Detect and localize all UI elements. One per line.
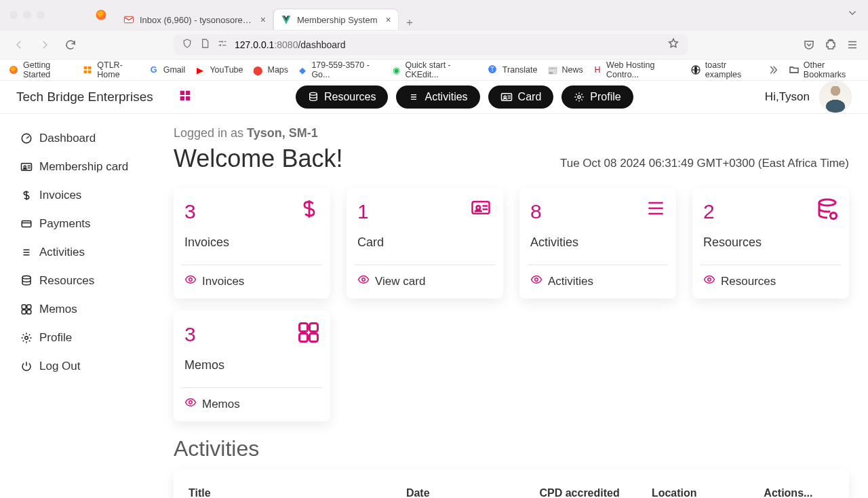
sidebar: Dashboard Membership card Invoices Payme… — [0, 114, 170, 498]
pocket-icon[interactable] — [803, 39, 815, 51]
bookmark-item[interactable]: ◉Quick start - CKEdit... — [391, 60, 478, 79]
browser-tab-active[interactable]: Membership System × — [273, 9, 399, 30]
sidebar-item-resources[interactable]: Resources — [20, 274, 170, 288]
ads-icon: ◆ — [298, 64, 307, 75]
stat-link[interactable]: Memos — [184, 396, 319, 412]
back-button[interactable] — [9, 35, 28, 54]
translate-icon: 🅣 — [488, 64, 498, 75]
id-card-icon — [500, 91, 513, 103]
gear-icon — [574, 92, 585, 102]
stat-link-label: Activities — [548, 275, 593, 288]
bookmark-label: Quick start - CKEdit... — [405, 60, 477, 79]
dollar-icon — [298, 197, 321, 223]
app-header: Tech Bridge Enterprises Resources Activi… — [0, 81, 868, 114]
nav-pill-activities[interactable]: Activities — [396, 85, 479, 109]
page-info-icon — [199, 38, 210, 52]
stat-card-activities: 8 Activities Activities — [519, 188, 676, 299]
stat-label: Memos — [184, 358, 319, 372]
google-g-icon: G — [149, 64, 159, 75]
traffic-close[interactable] — [9, 11, 18, 19]
tab-title: Inbox (6,960) - tysonosore1@g — [140, 15, 252, 25]
col-location: Location — [652, 487, 757, 498]
avatar[interactable] — [819, 81, 852, 113]
bookmark-item[interactable]: toastr examples — [690, 60, 757, 79]
grid-icon — [20, 303, 33, 315]
content: Logged in as Tyson, SM-1 Welcome Back! T… — [170, 114, 868, 498]
apps-grid-icon[interactable] — [178, 88, 193, 106]
sidebar-item-membership-card[interactable]: Membership card — [20, 160, 170, 174]
nav-pill-label: Resources — [324, 91, 376, 103]
sidebar-item-label: Dashboard — [39, 132, 96, 145]
activities-title: Activities — [174, 436, 849, 461]
host-icon: H — [593, 64, 602, 75]
col-title: Title — [189, 487, 399, 498]
bookmark-item[interactable]: HWeb Hosting Contro... — [593, 60, 681, 79]
stat-link[interactable]: Activities — [530, 273, 665, 289]
traffic-zoom[interactable] — [37, 11, 45, 19]
nav-pills: Resources Activities Card Profile — [296, 85, 633, 109]
window-titlebar: Inbox (6,960) - tysonosore1@g × Membersh… — [0, 0, 868, 30]
bookmark-item[interactable]: ▶YouTube — [195, 64, 243, 75]
sidebar-item-profile[interactable]: Profile — [20, 331, 170, 345]
app-menu-icon[interactable] — [846, 39, 859, 51]
nav-pill-profile[interactable]: Profile — [561, 85, 633, 109]
sidebar-item-activities[interactable]: Activities — [20, 246, 170, 259]
list-icon — [408, 92, 419, 102]
sidebar-item-payments[interactable]: Payments — [20, 217, 170, 231]
bookmarks-bar: Getting Started QTLR-Home GGmail ▶YouTub… — [0, 60, 868, 81]
reload-button[interactable] — [61, 35, 80, 54]
sidebar-item-label: Memos — [39, 303, 77, 316]
bookmark-overflow[interactable] — [767, 64, 779, 76]
bookmark-item[interactable]: QTLR-Home — [82, 60, 138, 79]
tab-strip: Inbox (6,960) - tysonosore1@g × Membersh… — [117, 0, 415, 30]
extensions-icon[interactable] — [825, 39, 837, 51]
bookmark-label: Gmail — [163, 65, 186, 75]
bookmark-label: Web Hosting Contro... — [606, 60, 681, 79]
sidebar-item-memos[interactable]: Memos — [20, 303, 170, 316]
browser-tab[interactable]: Inbox (6,960) - tysonosore1@g × — [117, 9, 273, 30]
vue-icon — [281, 14, 292, 25]
bookmark-item[interactable]: ⬤Maps — [253, 64, 289, 75]
stat-card-memos: 3 Memos Memos — [174, 311, 330, 421]
ckeditor-icon: ◉ — [391, 64, 401, 75]
close-icon[interactable]: × — [260, 14, 266, 25]
address-bar[interactable]: 127.0.0.1:8080/dashboard — [174, 35, 688, 55]
divider — [182, 265, 322, 265]
sidebar-item-label: Resources — [39, 274, 94, 288]
traffic-minimize[interactable] — [23, 11, 31, 19]
bookmark-star-icon[interactable] — [667, 37, 679, 52]
forward-button[interactable] — [35, 35, 54, 54]
bookmark-label: QTLR-Home — [97, 60, 138, 79]
tabs-overflow[interactable] — [846, 7, 859, 22]
bookmark-item[interactable]: 🅣Translate — [488, 64, 538, 75]
news-icon: 📰 — [547, 64, 558, 75]
greeting-text: Hi,Tyson — [765, 90, 810, 104]
bookmark-label: 179-559-3570 - Go... — [311, 60, 382, 79]
nav-pill-label: Profile — [590, 91, 620, 103]
bookmark-label: Getting Started — [23, 60, 73, 79]
stat-link[interactable]: Resources — [703, 273, 838, 289]
sidebar-item-label: Payments — [39, 217, 91, 231]
bookmark-item[interactable]: Getting Started — [8, 60, 73, 79]
stat-link-label: Resources — [721, 275, 776, 288]
new-tab-button[interactable]: ＋ — [404, 16, 415, 30]
stat-link[interactable]: View card — [357, 273, 492, 289]
close-icon[interactable]: × — [385, 14, 391, 25]
other-bookmarks[interactable]: Other Bookmarks — [789, 60, 861, 79]
eye-icon — [184, 396, 197, 412]
sidebar-item-invoices[interactable]: Invoices — [20, 189, 170, 202]
dollar-icon — [20, 189, 33, 202]
maps-pin-icon: ⬤ — [253, 64, 264, 75]
sidebar-item-logout[interactable]: Log Out — [20, 360, 170, 373]
nav-pill-card[interactable]: Card — [488, 85, 554, 109]
bookmark-item[interactable]: 📰News — [547, 64, 583, 75]
bookmark-item[interactable]: GGmail — [149, 64, 186, 75]
bookmark-item[interactable]: ◆179-559-3570 - Go... — [298, 60, 382, 79]
stat-link[interactable]: Invoices — [184, 273, 319, 289]
col-actions: Actions... — [764, 487, 834, 498]
user-area: Hi,Tyson — [765, 81, 852, 113]
nav-pill-resources[interactable]: Resources — [296, 85, 388, 109]
stat-cards: 3 Invoices Invoices 1 Card View card 8 — [174, 188, 849, 299]
sidebar-item-dashboard[interactable]: Dashboard — [20, 132, 170, 145]
stat-label: Resources — [703, 235, 838, 250]
